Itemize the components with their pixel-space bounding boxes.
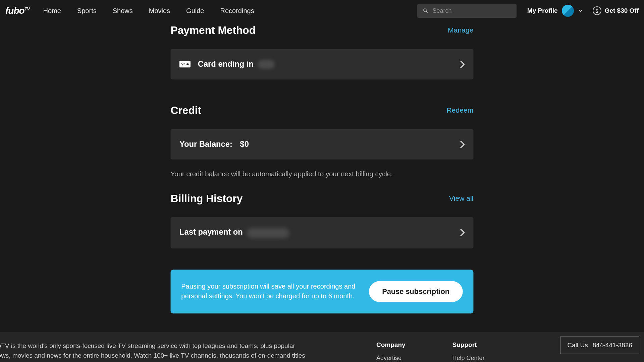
view-all-billing-link[interactable]: View all (449, 194, 473, 202)
balance-value: $0 (240, 140, 249, 148)
footer-company-col: Company Advertise (376, 341, 406, 362)
chevron-down-icon (578, 8, 583, 13)
logo-text: fubo (5, 5, 24, 16)
card-prefix: Card ending in (198, 60, 254, 68)
billing-section-head: Billing History View all (171, 192, 474, 205)
nav-recordings[interactable]: Recordings (220, 7, 254, 15)
chevron-right-icon (460, 140, 465, 148)
footer-support-col: Support Help Center (452, 341, 485, 362)
profile-label: My Profile (527, 7, 558, 14)
dollar-icon: $ (593, 6, 601, 15)
footer-description: boTV is the world's only sports-focused … (0, 341, 309, 362)
last-payment-prefix: Last payment on (179, 228, 243, 236)
manage-payment-link[interactable]: Manage (448, 26, 473, 35)
main-nav: Home Sports Shows Movies Guide Recording… (43, 7, 417, 15)
account-content: Payment Method Manage VISA Card ending i… (171, 21, 474, 362)
pause-subscription-button[interactable]: Pause subscription (369, 281, 463, 302)
pause-banner: Pausing your subscription will save all … (171, 269, 474, 313)
promo-offer[interactable]: $ Get $30 Off (593, 6, 639, 15)
search-box[interactable] (417, 4, 517, 18)
footer-help-link[interactable]: Help Center (452, 355, 485, 362)
balance-label: Your Balance: (179, 140, 232, 148)
balance-row: Your Balance: $0 (179, 140, 249, 149)
promo-text: Get $30 Off (605, 7, 639, 14)
visa-icon: VISA (179, 61, 191, 68)
chevron-right-icon (460, 229, 465, 237)
profile-menu[interactable]: My Profile (527, 5, 583, 17)
last-payment-date-redacted (247, 228, 289, 238)
payment-section-head: Payment Method Manage (171, 24, 474, 37)
card-last4-redacted (258, 60, 274, 69)
top-nav: fuboTV Home Sports Shows Movies Guide Re… (0, 0, 644, 21)
nav-sports[interactable]: Sports (77, 7, 97, 15)
credit-section-head: Credit Redeem (171, 104, 474, 117)
search-input[interactable] (433, 7, 511, 14)
credit-title: Credit (171, 104, 202, 117)
credit-balance-card[interactable]: Your Balance: $0 (171, 129, 474, 160)
logo[interactable]: fuboTV (5, 5, 30, 16)
logo-suffix: TV (24, 6, 30, 11)
last-payment-text: Last payment on (179, 228, 289, 237)
footer-support-title: Support (452, 341, 485, 349)
billing-last-payment-card[interactable]: Last payment on (171, 217, 474, 248)
nav-movies[interactable]: Movies (149, 7, 170, 15)
footer-company-title: Company (376, 341, 406, 349)
call-us-box[interactable]: Call Us 844-441-3826 (560, 337, 639, 354)
credit-note: Your credit balance will be automaticall… (171, 170, 474, 178)
payment-title: Payment Method (171, 24, 256, 37)
pause-text: Pausing your subscription will save all … (181, 282, 358, 301)
nav-shows[interactable]: Shows (113, 7, 133, 15)
search-icon (423, 7, 429, 14)
payment-card[interactable]: VISA Card ending in (171, 49, 474, 79)
footer-advertise-link[interactable]: Advertise (376, 355, 406, 362)
call-label: Call Us (567, 342, 588, 349)
billing-title: Billing History (171, 192, 243, 205)
nav-home[interactable]: Home (43, 7, 61, 15)
chevron-right-icon (460, 60, 465, 68)
nav-guide[interactable]: Guide (186, 7, 204, 15)
footer: boTV is the world's only sports-focused … (0, 332, 644, 362)
call-number: 844-441-3826 (593, 342, 632, 349)
avatar (562, 5, 574, 17)
redeem-link[interactable]: Redeem (447, 107, 474, 115)
card-ending-text: Card ending in (198, 60, 274, 69)
